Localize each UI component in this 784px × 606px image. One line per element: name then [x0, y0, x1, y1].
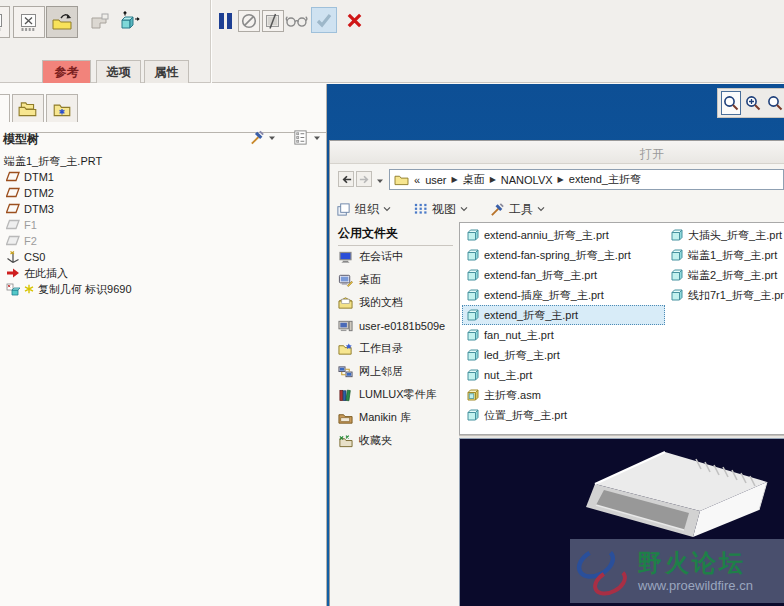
- file-name: 线扣7r1_折弯_主.prt: [688, 288, 784, 303]
- no-preview-icon: [240, 12, 258, 30]
- file-item[interactable]: 主折弯.asm: [462, 385, 665, 405]
- common-folder-item[interactable]: 网上邻居: [330, 360, 458, 383]
- transform-button[interactable]: [114, 8, 142, 36]
- chevron-down-icon[interactable]: [313, 134, 321, 142]
- file-item[interactable]: extend-anniu_折弯_主.prt: [462, 225, 665, 245]
- tree-item-label: F2: [24, 235, 37, 247]
- breadcrumb[interactable]: « user▶桌面▶NANOLVX▶extend_主折弯: [389, 169, 784, 190]
- breadcrumb-segment[interactable]: NANOLVX: [501, 174, 553, 186]
- folder-icon: [394, 173, 409, 186]
- trim-preview-icon: [264, 12, 282, 30]
- file-item[interactable]: fan_nut_主.prt: [462, 325, 665, 345]
- menu-label: 工具: [509, 201, 533, 218]
- file-item[interactable]: 大插头_折弯_主.prt: [666, 225, 784, 245]
- chevron-down-icon: [383, 206, 391, 212]
- zoom-out-button[interactable]: [766, 91, 784, 115]
- common-folder-item[interactable]: Manikin 库: [330, 406, 458, 429]
- breadcrumb-segment[interactable]: 桌面: [463, 172, 485, 187]
- tree-item-label: DTM1: [24, 171, 54, 183]
- trim-preview-button[interactable]: [262, 10, 284, 32]
- clipped-toolbar-button[interactable]: [0, 6, 10, 38]
- file-item[interactable]: extend_折弯_主.prt: [462, 305, 665, 325]
- dialog-titlebar[interactable]: 打开: [330, 141, 784, 164]
- copy-geom-icon: [6, 282, 20, 296]
- common-folders-list: 在会话中桌面我的文档user-e0181b509e工作目录网上邻居LUMLUX零…: [330, 245, 458, 452]
- tab-favorites-folder[interactable]: [46, 94, 78, 122]
- verify-button[interactable]: [285, 13, 309, 29]
- tree-item[interactable]: F1: [0, 217, 326, 233]
- tree-item[interactable]: 在此插入: [0, 265, 326, 281]
- zoom-window-button[interactable]: [721, 91, 741, 115]
- open-reference-button[interactable]: [46, 6, 78, 38]
- file-name: fan_nut_主.prt: [484, 328, 554, 343]
- datum-plane-icon: [6, 186, 20, 200]
- menu-label: 组织: [355, 201, 379, 218]
- file-name: 主折弯.asm: [484, 388, 541, 403]
- tree-settings-button[interactable]: [249, 129, 266, 146]
- pause-button[interactable]: [216, 12, 234, 30]
- watermark: 野火论坛 www.proewildfire.cn: [570, 539, 784, 603]
- tab-1[interactable]: 参考: [42, 60, 91, 83]
- file-item[interactable]: extend-fan-spring_折弯_主.prt: [462, 245, 665, 265]
- tree-filter-button[interactable]: [292, 129, 309, 146]
- asm-icon: [466, 388, 480, 402]
- tree-item[interactable]: 端盖1_折弯_主.PRT: [0, 153, 326, 169]
- file-item[interactable]: led_折弯_主.prt: [462, 345, 665, 365]
- menu-组织[interactable]: 组织: [336, 201, 391, 218]
- breadcrumb-segment[interactable]: extend_主折弯: [569, 172, 641, 187]
- common-folder-item[interactable]: 收藏夹: [330, 429, 458, 452]
- part-icon: [466, 328, 480, 342]
- tree-item[interactable]: 复制几何 标识9690: [0, 281, 326, 297]
- tab-folder-browser[interactable]: [12, 94, 44, 122]
- tree-item[interactable]: DTM3: [0, 201, 326, 217]
- in-session-icon: [338, 250, 353, 264]
- history-dropdown-icon[interactable]: [376, 177, 384, 185]
- tree-item-label: CS0: [24, 251, 45, 263]
- common-folder-item[interactable]: 工作目录: [330, 337, 458, 360]
- watermark-url: www.proewildfire.cn: [638, 578, 753, 593]
- part-icon: [466, 268, 480, 282]
- file-item[interactable]: extend-插座_折弯_主.prt: [462, 285, 665, 305]
- graphics-zoom-toolbar: [717, 88, 784, 118]
- tab-2[interactable]: 选项: [96, 60, 141, 83]
- common-folder-item[interactable]: 桌面: [330, 268, 458, 291]
- dialog-title: 打开: [640, 146, 664, 163]
- tab-model-tree[interactable]: [0, 94, 10, 122]
- common-folder-item[interactable]: 我的文档: [330, 291, 458, 314]
- common-folder-item[interactable]: 在会话中: [330, 245, 458, 268]
- open-dialog: 打开 « user▶桌面▶NANOLVX▶extend_主折弯 组织视图工具 公…: [329, 140, 784, 606]
- cancel-button[interactable]: [343, 9, 365, 31]
- file-item[interactable]: 位置_折弯_主.prt: [462, 405, 665, 425]
- tree-item[interactable]: DTM2: [0, 185, 326, 201]
- menu-工具[interactable]: 工具: [490, 201, 545, 218]
- insert-arrow-icon: [6, 266, 20, 280]
- file-name: extend-anniu_折弯_主.prt: [484, 228, 609, 243]
- chevron-down-icon[interactable]: [268, 134, 276, 142]
- menu-视图[interactable]: 视图: [413, 201, 468, 218]
- back-button[interactable]: [338, 171, 354, 187]
- tree-item[interactable]: F2: [0, 233, 326, 249]
- tree-item[interactable]: CS0: [0, 249, 326, 265]
- file-column-1: extend-anniu_折弯_主.prtextend-fan-spring_折…: [462, 225, 665, 425]
- accept-button[interactable]: [311, 7, 337, 33]
- common-folder-label: 在会话中: [359, 249, 403, 264]
- common-folder-item[interactable]: user-e0181b509e: [330, 314, 458, 337]
- common-folder-item[interactable]: LUMLUX零件库: [330, 383, 458, 406]
- zoom-in-button[interactable]: [744, 91, 763, 115]
- tree-item-label: 端盖1_折弯_主.PRT: [4, 154, 102, 169]
- breadcrumb-segment[interactable]: user: [425, 174, 446, 186]
- file-item[interactable]: 端盖2_折弯_主.prt: [666, 265, 784, 285]
- breadcrumb-collapse[interactable]: «: [414, 174, 420, 186]
- no-preview-button[interactable]: [238, 10, 260, 32]
- file-item[interactable]: extend-fan_折弯_主.prt: [462, 265, 665, 285]
- tree-item[interactable]: DTM1: [0, 169, 326, 185]
- app-window: 参考选项属性 模型树 端盖1_折弯_主.PRTDTM1DTM2DTM3F1F2C…: [0, 0, 784, 606]
- datum-display-button[interactable]: [13, 6, 45, 38]
- file-item[interactable]: 线扣7r1_折弯_主.prt: [666, 285, 784, 305]
- file-item[interactable]: nut_主.prt: [462, 365, 665, 385]
- forward-button[interactable]: [356, 171, 372, 187]
- quilt-button[interactable]: [86, 8, 114, 36]
- file-name: extend-fan-spring_折弯_主.prt: [484, 248, 631, 263]
- tab-3[interactable]: 属性: [144, 60, 189, 83]
- file-item[interactable]: 端盖1_折弯_主.prt: [666, 245, 784, 265]
